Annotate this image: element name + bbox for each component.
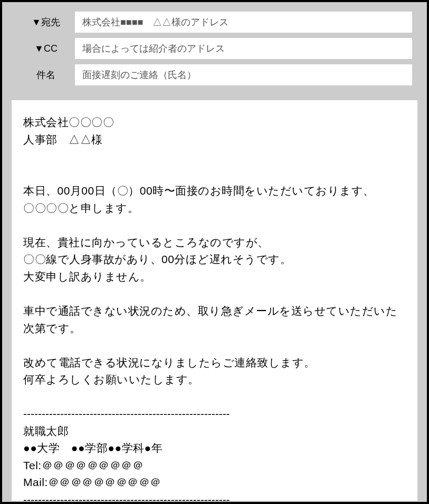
signature-tel: Tel:＠＠＠＠＠＠＠＠＠ <box>23 457 406 474</box>
to-row: ▼宛先 株式会社■■■■ △△様のアドレス <box>17 12 412 33</box>
body-para1-line2: 〇〇〇〇と申します。 <box>23 200 406 217</box>
body-greeting-company: 株式会社〇〇〇〇 <box>23 114 406 131</box>
body-para2-line2: 〇〇線で人身事故があり、00分ほど遅れそうです。 <box>23 251 406 268</box>
body-para2-line3: 大変申し訳ありません。 <box>23 268 406 286</box>
body-para3-line1: 車中で通話できない状況のため、取り急ぎメールを送らせていただいた次第です。 <box>23 303 406 337</box>
email-header: ▼宛先 株式会社■■■■ △△様のアドレス ▼CC 場合によっては紹介者のアドレ… <box>12 12 417 100</box>
signature-name: 就職太郎 <box>23 423 406 440</box>
to-label: ▼宛先 <box>17 16 75 28</box>
body-para1-line1: 本日、00月00日（〇）00時〜面接のお時間をいただいております、 <box>23 182 406 200</box>
signature-mail: Mail:＠＠＠＠＠＠＠＠＠＠ <box>23 474 406 491</box>
cc-label: ▼CC <box>17 43 75 54</box>
cc-field[interactable]: 場合によっては紹介者のアドレス <box>75 38 412 59</box>
subject-field[interactable]: 面接遅刻のご連絡（氏名） <box>75 64 412 85</box>
to-field[interactable]: 株式会社■■■■ △△様のアドレス <box>75 12 412 33</box>
body-para4-line1: 改めて電話できる状況になりましたらご連絡致します。 <box>23 354 406 372</box>
subject-row: 件名 面接遅刻のご連絡（氏名） <box>17 64 412 85</box>
email-template-container: ▼宛先 株式会社■■■■ △△様のアドレス ▼CC 場合によっては紹介者のアドレ… <box>0 0 429 504</box>
signature-divider-top: ----------------------------------------… <box>23 405 406 423</box>
body-para2-line1: 現在、貴社に向かっているところなのですが、 <box>23 234 406 251</box>
cc-row: ▼CC 場合によっては紹介者のアドレス <box>17 38 412 59</box>
signature-school: ●●大学 ●●学部●●学科●年 <box>23 440 406 457</box>
body-para4-line2: 何卒よろしくお願いいたします。 <box>23 371 406 389</box>
subject-label: 件名 <box>17 69 75 81</box>
signature-divider-bottom: ----------------------------------------… <box>23 491 406 504</box>
email-body[interactable]: 株式会社〇〇〇〇 人事部 △△様 本日、00月00日（〇）00時〜面接のお時間を… <box>12 100 417 501</box>
body-greeting-person: 人事部 △△様 <box>23 131 406 149</box>
